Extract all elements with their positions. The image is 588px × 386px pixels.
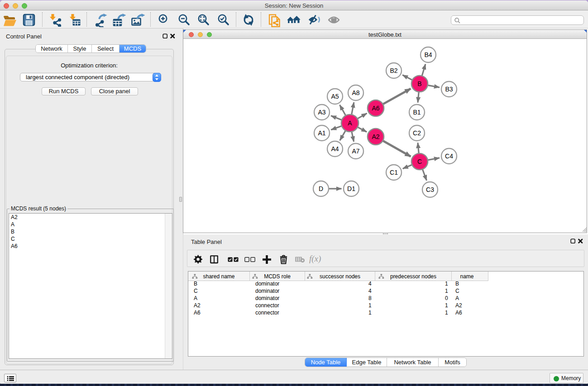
svg-text:C3: C3 bbox=[426, 186, 434, 193]
svg-text:C1: C1 bbox=[390, 169, 398, 176]
svg-text:B: B bbox=[417, 80, 421, 87]
svg-text:A3: A3 bbox=[318, 109, 325, 116]
svg-text:D1: D1 bbox=[347, 185, 355, 192]
svg-text:A6: A6 bbox=[372, 105, 379, 112]
svg-text:C: C bbox=[417, 158, 422, 165]
svg-text:B2: B2 bbox=[390, 67, 397, 74]
svg-text:A5: A5 bbox=[331, 93, 339, 100]
svg-text:A8: A8 bbox=[352, 89, 359, 96]
svg-text:B3: B3 bbox=[445, 86, 453, 93]
svg-text:D: D bbox=[319, 185, 323, 192]
svg-text:A1: A1 bbox=[318, 129, 325, 137]
svg-text:A2: A2 bbox=[372, 133, 379, 140]
svg-text:C2: C2 bbox=[413, 129, 421, 137]
svg-text:A4: A4 bbox=[331, 145, 339, 152]
svg-text:A: A bbox=[348, 119, 352, 127]
svg-text:A7: A7 bbox=[352, 148, 359, 155]
svg-text:B4: B4 bbox=[424, 51, 432, 58]
svg-text:C4: C4 bbox=[445, 152, 453, 160]
svg-text:B1: B1 bbox=[413, 109, 421, 116]
svg-text:f(x): f(x) bbox=[309, 255, 321, 264]
